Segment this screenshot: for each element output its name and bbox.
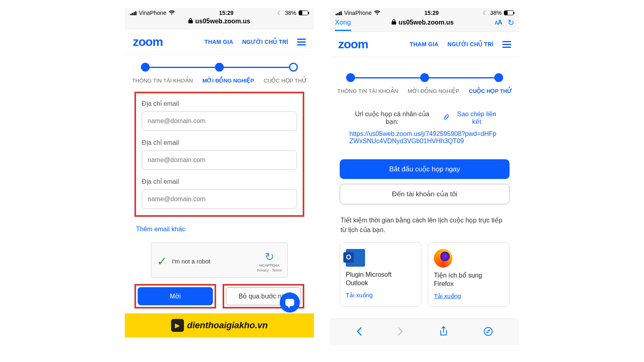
step-dot-3 [494,73,503,82]
watermark-text: dienthoaigiakho.vn [187,320,268,331]
nav-join[interactable]: THAM GIA [204,39,233,45]
zoom-logo[interactable]: zoom [338,37,368,51]
email-label-2: Địa chỉ email [142,139,297,146]
moon-icon: ☾ [483,10,488,16]
zoom-nav: zoom THAM GIA NGƯỜI CHỦ TRÌ [330,32,519,57]
menu-icon[interactable] [297,39,306,45]
checkmark-icon: ✓ [157,254,167,268]
step-label-2: MỜI ĐỒNG NGHIỆP [408,88,459,94]
forward-icon [398,327,403,338]
start-meeting-button[interactable]: Bắt đầu cuộc họp ngay [340,159,510,179]
step-label-2: MỜI ĐỒNG NGHIỆP [202,77,254,84]
meeting-url-label: Url cuộc họp cá nhân của bạn: [348,110,437,125]
refresh-icon[interactable]: ↻ [508,18,514,27]
signal-icon [130,11,136,15]
email-label-3: Địa chỉ email [142,178,297,185]
step-dot-3 [289,63,298,72]
signal-icon [336,11,342,15]
battery-pct: 38% [285,10,296,16]
share-icon[interactable] [440,326,448,339]
wifi-icon [169,10,175,16]
battery-pct: 38% [490,10,502,16]
nav-host[interactable]: NGƯỜI CHỦ TRÌ [242,39,288,45]
step-label-3: CUỘC HỌP THỬ [264,77,307,84]
safari-address-bar[interactable]: us05web.zoom.us [125,17,314,29]
email-input-3[interactable] [142,189,297,209]
step-label-3: CUỘC HỌP THỬ [469,88,512,94]
text-size-button[interactable]: AA [495,19,502,26]
safari-compass-icon[interactable] [483,327,493,339]
moon-icon: ☾ [277,10,283,16]
step-dot-1 [141,63,150,72]
progress-stepper [125,55,314,76]
firefox-icon [434,249,452,267]
recaptcha-widget[interactable]: ✓ I'm not a robot ↻ reCAPTCHA Privacy - … [151,243,288,278]
phone-screenshot-right: VinaPhone 15:29 ☾ 38% Xong us05web.zoom.… [330,8,519,345]
back-icon[interactable] [356,327,362,338]
chat-icon [285,299,294,306]
schedule-hint-text: Tiết kiệm thời gian bằng cách lên lịch c… [340,212,510,242]
carrier-label: VinaPhone [344,10,372,16]
svg-point-0 [484,327,492,335]
highlight-invite-button: Mời [134,284,216,309]
safari-toolbar-top: Xong us05web.zoom.us AA ↻ [330,17,519,32]
download-outlook-link[interactable]: Tải xuống [346,292,415,299]
chat-fab[interactable] [280,292,300,313]
wifi-icon [374,10,380,16]
progress-stepper [330,57,519,86]
clock: 15:29 [424,10,439,16]
recaptcha-icon: ↻ [257,250,282,263]
card-firefox-addon: Tiện ích bổ sung Firefox Tải xuống [428,242,510,306]
recaptcha-logo: ↻ reCAPTCHA Privacy - Terms [257,250,282,272]
battery-icon [299,10,308,15]
url-text: us05web.zoom.us [195,18,250,25]
step-dot-2 [215,63,224,72]
clock: 15:29 [219,10,233,16]
nav-join[interactable]: THAM GIA [410,41,439,47]
step-labels: THÔNG TIN TÀI KHOẢN MỜI ĐỒNG NGHIỆP CUỘC… [330,86,519,102]
step-labels: THÔNG TIN TÀI KHOẢN MỜI ĐỒNG NGHIỆP CUỘC… [125,76,314,92]
step-label-1: THÔNG TIN TÀI KHOẢN [337,88,398,94]
phone-screenshot-left: VinaPhone 15:29 ☾ 38% us05web.zoom.us zo… [125,8,314,345]
zoom-nav: zoom THAM GIA NGƯỜI CHỦ TRÌ [125,29,314,55]
nav-host[interactable]: NGƯỜI CHỦ TRÌ [448,41,493,47]
zoom-logo[interactable]: zoom [133,35,163,49]
card-firefox-title: Tiện ích bổ sung Firefox [434,272,504,288]
card-outlook-title: Plugin Microsoft Outlook [346,271,415,288]
done-button[interactable]: Xong [335,19,351,31]
step-dot-1 [346,73,355,82]
watermark-logo-icon: ▸ [171,319,184,332]
recaptcha-label: I'm not a robot [172,258,257,265]
lock-icon [188,18,193,25]
email-input-2[interactable] [142,150,297,170]
meeting-url[interactable]: https://us05web.zoom.us/j/7492595908?pwd… [348,130,502,145]
safari-address-bar[interactable]: us05web.zoom.us [353,19,492,26]
copy-link-button[interactable]: Sao chép liên kết [443,111,502,125]
safari-bottom-toolbar [330,319,519,345]
menu-icon[interactable] [502,41,511,48]
carrier-label: VinaPhone [139,10,166,16]
ios-status-bar: VinaPhone 15:29 ☾ 38% [330,8,519,17]
go-to-account-button[interactable]: Đến tài khoản của tôi [340,184,510,204]
card-outlook-plugin: Plugin Microsoft Outlook Tải xuống [340,242,421,306]
outlook-icon [346,249,365,267]
highlight-email-fields: Địa chỉ email Địa chỉ email Địa chỉ emai… [134,92,304,217]
ios-status-bar: VinaPhone 15:29 ☾ 38% [125,8,314,17]
invite-button[interactable]: Mời [138,287,213,305]
battery-icon [504,10,514,15]
link-icon [443,114,450,122]
watermark-banner: ▸ dienthoaigiakho.vn [125,313,314,337]
download-firefox-link[interactable]: Tải xuống [434,292,504,300]
step-dot-2 [420,73,429,82]
email-input-1[interactable] [142,111,297,131]
email-label-1: Địa chỉ email [142,100,297,107]
add-more-email-link[interactable]: Thêm email khác [134,222,304,243]
url-text: us05web.zoom.us [398,19,454,26]
step-label-1: THÔNG TIN TÀI KHOẢN [132,77,193,84]
lock-icon [392,19,396,26]
